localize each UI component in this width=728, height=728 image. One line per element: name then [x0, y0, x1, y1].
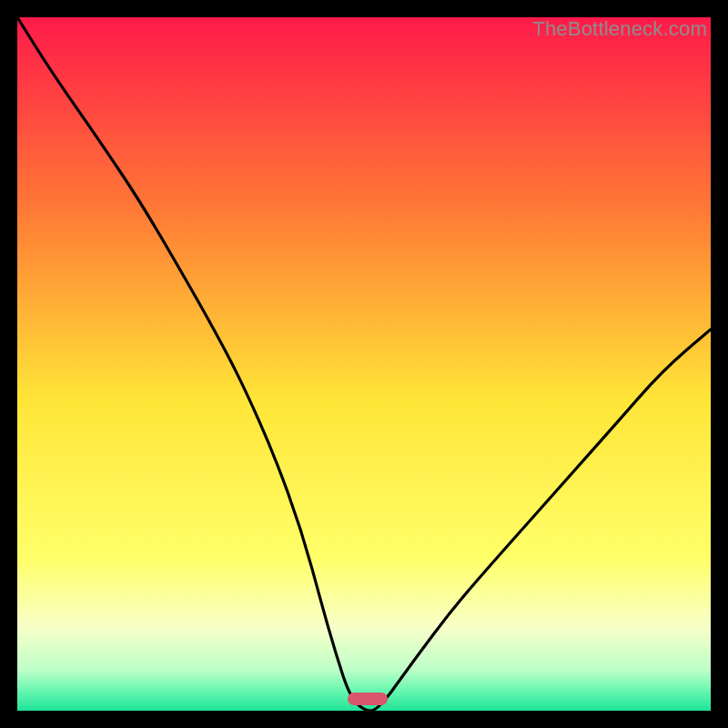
- gradient-plot-background: [17, 17, 711, 711]
- optimum-marker: [348, 693, 388, 705]
- chart-frame: TheBottleneck.com: [17, 17, 711, 711]
- svg-rect-0: [17, 17, 711, 711]
- watermark-text: TheBottleneck.com: [532, 17, 707, 41]
